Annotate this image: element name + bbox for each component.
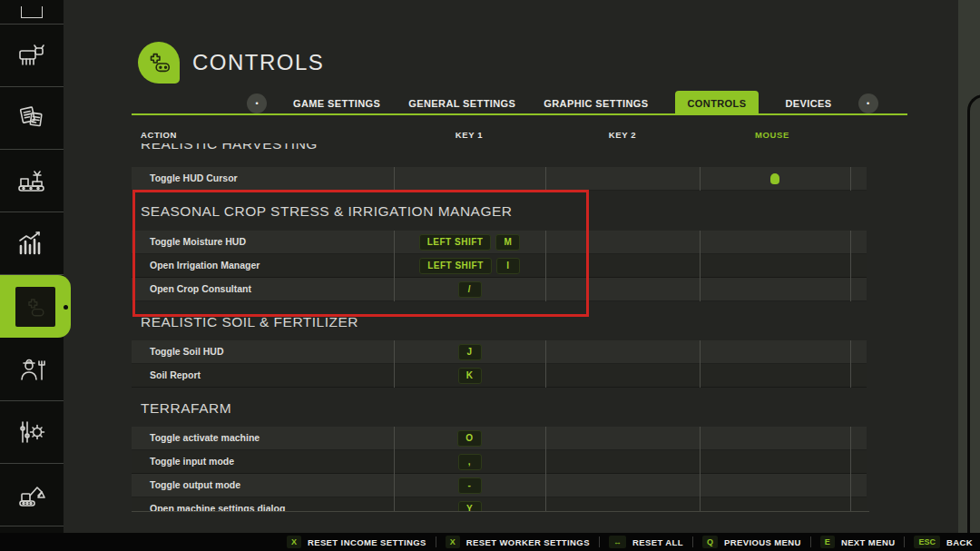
tabs-next-button[interactable]: • <box>858 93 878 113</box>
tab-underline <box>132 113 907 115</box>
key-cell[interactable] <box>545 364 700 388</box>
mouse-icon <box>770 173 779 184</box>
mouse-cell[interactable] <box>700 340 850 364</box>
column-divider <box>394 340 395 388</box>
key-cell[interactable]: K <box>394 364 545 388</box>
tabs-prev-button[interactable]: • <box>247 93 267 113</box>
key-cell[interactable]: Y <box>394 497 545 512</box>
sidebar-item-landscaping[interactable] <box>0 464 64 526</box>
control-row-toggle-activate-machine[interactable]: Toggle activate machineO <box>132 427 867 450</box>
sidebar-item-contracts[interactable] <box>0 87 64 150</box>
key-badge: I <box>496 258 520 274</box>
page-header: CONTROLS <box>138 42 324 84</box>
mouse-cell[interactable] <box>700 167 850 191</box>
controls-list[interactable]: REALISTIC HARVESTINGToggle HUD CursorSEA… <box>132 143 869 512</box>
page-title: CONTROLS <box>192 50 324 75</box>
control-row-toggle-moisture-hud[interactable]: Toggle Moisture HUDLEFT SHIFTM <box>132 231 867 254</box>
key-cell[interactable] <box>545 427 700 450</box>
control-row-toggle-output-mode[interactable]: Toggle output mode- <box>132 474 867 497</box>
column-divider <box>700 231 701 301</box>
control-row-toggle-input-mode[interactable]: Toggle input mode, <box>132 450 867 474</box>
column-divider <box>394 167 395 191</box>
column-divider <box>700 340 701 388</box>
footer-action-label: BACK <box>946 537 973 547</box>
tab-devices[interactable]: DEVICES <box>783 98 833 109</box>
tab-graphic-settings[interactable]: GRAPHIC SETTINGS <box>542 98 650 109</box>
key-cell[interactable] <box>545 254 700 278</box>
footer-action-reset-income-settings[interactable]: XRESET INCOME SETTINGS <box>287 536 426 548</box>
mouse-cell[interactable] <box>700 497 850 512</box>
control-row-open-machine-settings-dialog[interactable]: Open machine settings dialogY <box>132 497 867 512</box>
column-divider <box>545 427 546 512</box>
key-cell[interactable] <box>545 167 700 191</box>
sidebar-item-animals[interactable] <box>0 25 64 87</box>
mouse-cell[interactable] <box>700 278 850 301</box>
action-label: Open Crop Consultant <box>150 278 251 300</box>
control-row-toggle-soil-hud[interactable]: Toggle Soil HUDJ <box>132 340 867 364</box>
key-cell[interactable]: / <box>394 278 545 301</box>
mouse-cell[interactable] <box>700 474 850 497</box>
action-label: Toggle input mode <box>150 450 234 473</box>
scrollbar-track[interactable] <box>958 0 980 533</box>
key-cell[interactable]: LEFT SHIFTM <box>394 231 545 254</box>
key-badge: O <box>457 430 481 447</box>
sidebar-item-settings[interactable] <box>0 401 64 464</box>
column-divider <box>700 427 701 512</box>
farmer-icon <box>15 356 48 383</box>
footer-action-reset-all[interactable]: ↔RESET ALL <box>609 536 683 548</box>
control-row-open-irrigation-manager[interactable]: Open Irrigation ManagerLEFT SHIFTI <box>132 254 867 278</box>
key-cell[interactable]: - <box>394 474 545 497</box>
sidebar-item-statistics[interactable] <box>0 212 64 275</box>
sidebar-item-controls-active[interactable] <box>0 275 71 338</box>
mouse-cell[interactable] <box>700 254 850 278</box>
key-cell[interactable] <box>545 340 700 364</box>
key-badge: / <box>458 281 482 298</box>
control-row-open-crop-consultant[interactable]: Open Crop Consultant/ <box>132 278 867 301</box>
key-badge: LEFT SHIFT <box>419 258 492 274</box>
arrow-left-icon: • <box>255 99 258 108</box>
section-title-realistic-soil-fertilizer: REALISTIC SOIL & FERTILIZER <box>141 310 358 334</box>
sidebar-item-characters[interactable] <box>0 339 64 401</box>
tab-controls[interactable]: CONTROLS <box>675 91 760 115</box>
key-cell[interactable]: , <box>394 450 545 474</box>
key-cell[interactable] <box>394 167 545 191</box>
tab-general-settings[interactable]: GENERAL SETTINGS <box>407 98 517 109</box>
column-divider <box>545 231 546 301</box>
key-cell[interactable] <box>545 450 700 474</box>
key-cell[interactable] <box>545 278 700 301</box>
gamepad-icon <box>144 48 173 77</box>
footer-action-back[interactable]: ESCBACK <box>914 536 973 548</box>
key-cell[interactable]: O <box>394 427 545 450</box>
key-badge: - <box>458 477 482 494</box>
key-badge: Q <box>702 536 718 548</box>
key-cell[interactable]: J <box>394 340 545 364</box>
mouse-cell[interactable] <box>700 450 850 474</box>
key-badge: , <box>458 454 482 470</box>
footer-action-next-menu[interactable]: ENEXT MENU <box>820 536 896 548</box>
excavator-icon <box>15 481 48 508</box>
footer-action-reset-worker-settings[interactable]: XRESET WORKER SETTINGS <box>446 536 590 548</box>
key-cell[interactable] <box>545 231 700 254</box>
tab-bar: • GAME SETTINGSGENERAL SETTINGSGRAPHIC S… <box>247 91 878 115</box>
controls-header-icon <box>138 42 180 84</box>
section-title-realistic-harvesting: REALISTIC HARVESTING <box>141 143 318 156</box>
mouse-cell[interactable] <box>700 427 850 450</box>
key-cell[interactable] <box>545 497 700 512</box>
sidebar-item-top[interactable] <box>0 0 64 25</box>
mouse-cell[interactable] <box>700 364 850 388</box>
column-divider <box>394 231 395 301</box>
control-row-toggle-hud-cursor[interactable]: Toggle HUD Cursor <box>132 167 867 191</box>
tab-game-settings[interactable]: GAME SETTINGS <box>291 98 382 109</box>
mouse-cell[interactable] <box>700 231 850 254</box>
column-divider <box>545 167 546 191</box>
column-divider <box>850 340 851 388</box>
cow-icon <box>15 42 48 69</box>
key-cell[interactable]: LEFT SHIFTI <box>394 254 545 278</box>
footer-action-label: RESET ALL <box>632 537 683 547</box>
footer-action-previous-menu[interactable]: QPREVIOUS MENU <box>702 536 801 548</box>
column-divider <box>700 167 701 191</box>
control-row-soil-report[interactable]: Soil ReportK <box>132 364 867 388</box>
key-cell[interactable] <box>545 474 700 497</box>
scrollbar[interactable] <box>967 94 980 533</box>
sidebar-item-production[interactable] <box>0 150 64 212</box>
